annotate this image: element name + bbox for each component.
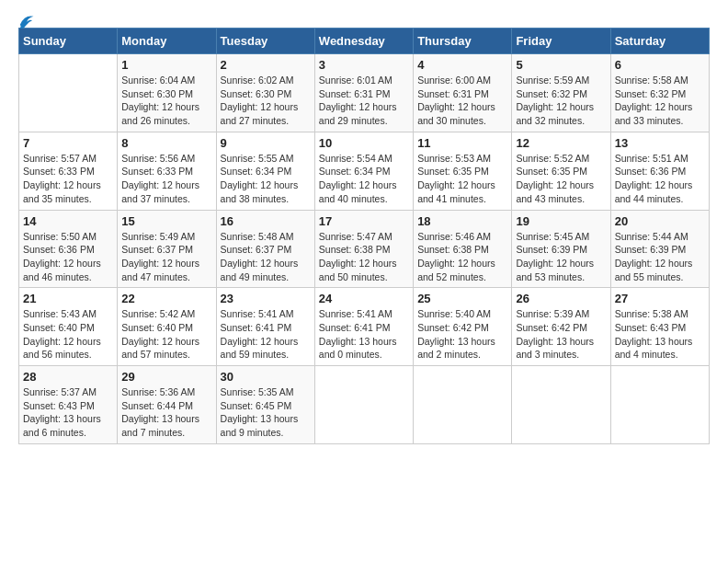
day-info: Sunrise: 5:42 AM Sunset: 6:40 PM Dayligh… [121,307,211,362]
day-cell: 12Sunrise: 5:52 AM Sunset: 6:35 PM Dayli… [512,132,610,210]
day-number: 1 [121,58,211,72]
day-info: Sunrise: 5:51 AM Sunset: 6:36 PM Dayligh… [615,152,705,206]
day-cell: 17Sunrise: 5:47 AM Sunset: 6:38 PM Dayli… [314,210,413,288]
day-info: Sunrise: 5:54 AM Sunset: 6:34 PM Dayligh… [319,152,409,206]
day-number: 2 [221,58,311,72]
day-cell: 20Sunrise: 5:44 AM Sunset: 6:39 PM Dayli… [610,210,709,288]
day-info: Sunrise: 6:04 AM Sunset: 6:30 PM Dayligh… [121,74,211,128]
day-number: 30 [221,370,311,384]
day-info: Sunrise: 5:53 AM Sunset: 6:35 PM Dayligh… [417,152,507,206]
day-cell: 27Sunrise: 5:38 AM Sunset: 6:43 PM Dayli… [610,288,709,366]
day-info: Sunrise: 5:39 AM Sunset: 6:42 PM Dayligh… [516,307,606,362]
day-cell: 2Sunrise: 6:02 AM Sunset: 6:30 PM Daylig… [216,54,314,132]
day-info: Sunrise: 5:36 AM Sunset: 6:44 PM Dayligh… [121,385,211,440]
day-info: Sunrise: 5:40 AM Sunset: 6:42 PM Dayligh… [417,307,507,362]
day-info: Sunrise: 5:38 AM Sunset: 6:43 PM Dayligh… [615,307,705,362]
day-info: Sunrise: 5:46 AM Sunset: 6:38 PM Dayligh… [417,230,507,284]
day-header-sunday: Sunday [19,29,118,54]
day-info: Sunrise: 5:41 AM Sunset: 6:41 PM Dayligh… [319,307,409,362]
day-info: Sunrise: 5:58 AM Sunset: 6:32 PM Dayligh… [615,74,705,128]
day-cell [19,54,118,132]
day-info: Sunrise: 5:45 AM Sunset: 6:39 PM Dayligh… [516,230,606,284]
day-cell: 22Sunrise: 5:42 AM Sunset: 6:40 PM Dayli… [118,288,216,366]
day-number: 29 [121,370,211,384]
day-number: 14 [23,214,113,228]
day-number: 7 [23,136,113,150]
day-cell: 21Sunrise: 5:43 AM Sunset: 6:40 PM Dayli… [19,288,118,366]
calendar-header: SundayMondayTuesdayWednesdayThursdayFrid… [19,29,710,54]
day-cell [610,366,709,444]
calendar-table: SundayMondayTuesdayWednesdayThursdayFrid… [18,28,710,444]
day-cell: 14Sunrise: 5:50 AM Sunset: 6:36 PM Dayli… [19,210,118,288]
day-cell: 18Sunrise: 5:46 AM Sunset: 6:38 PM Dayli… [414,210,512,288]
week-row-5: 28Sunrise: 5:37 AM Sunset: 6:43 PM Dayli… [19,366,710,444]
day-cell: 26Sunrise: 5:39 AM Sunset: 6:42 PM Dayli… [512,288,610,366]
day-number: 21 [23,292,113,305]
day-info: Sunrise: 6:02 AM Sunset: 6:30 PM Dayligh… [221,74,311,128]
day-number: 25 [417,292,507,305]
day-cell: 23Sunrise: 5:41 AM Sunset: 6:41 PM Dayli… [216,288,314,366]
day-cell: 15Sunrise: 5:49 AM Sunset: 6:37 PM Dayli… [118,210,216,288]
day-header-friday: Friday [512,29,610,54]
day-cell: 24Sunrise: 5:41 AM Sunset: 6:41 PM Dayli… [314,288,413,366]
day-info: Sunrise: 5:52 AM Sunset: 6:35 PM Dayligh… [516,152,606,206]
day-number: 8 [121,136,211,150]
week-row-3: 14Sunrise: 5:50 AM Sunset: 6:36 PM Dayli… [19,210,710,288]
day-info: Sunrise: 5:59 AM Sunset: 6:32 PM Dayligh… [516,74,606,128]
day-info: Sunrise: 5:48 AM Sunset: 6:37 PM Dayligh… [221,230,311,284]
day-cell: 30Sunrise: 5:35 AM Sunset: 6:45 PM Dayli… [216,366,314,444]
day-cell [414,366,512,444]
week-row-2: 7Sunrise: 5:57 AM Sunset: 6:33 PM Daylig… [19,132,710,210]
day-header-monday: Monday [118,29,216,54]
day-number: 9 [221,136,311,150]
day-number: 12 [516,136,606,150]
day-cell: 19Sunrise: 5:45 AM Sunset: 6:39 PM Dayli… [512,210,610,288]
header-row: SundayMondayTuesdayWednesdayThursdayFrid… [19,29,710,54]
day-cell [314,366,413,444]
day-number: 5 [516,58,606,72]
day-number: 26 [516,292,606,305]
day-cell: 29Sunrise: 5:36 AM Sunset: 6:44 PM Dayli… [118,366,216,444]
day-cell [512,366,610,444]
day-number: 15 [121,214,211,228]
day-info: Sunrise: 5:57 AM Sunset: 6:33 PM Dayligh… [23,152,113,206]
day-number: 13 [615,136,705,150]
week-row-4: 21Sunrise: 5:43 AM Sunset: 6:40 PM Dayli… [19,288,710,366]
week-row-1: 1Sunrise: 6:04 AM Sunset: 6:30 PM Daylig… [19,54,710,132]
day-number: 18 [417,214,507,228]
day-cell: 28Sunrise: 5:37 AM Sunset: 6:43 PM Dayli… [19,366,118,444]
day-info: Sunrise: 5:55 AM Sunset: 6:34 PM Dayligh… [221,152,311,206]
day-info: Sunrise: 5:35 AM Sunset: 6:45 PM Dayligh… [221,385,311,440]
day-number: 3 [319,58,409,72]
day-number: 4 [417,58,507,72]
day-info: Sunrise: 6:00 AM Sunset: 6:31 PM Dayligh… [417,74,507,128]
day-info: Sunrise: 5:49 AM Sunset: 6:37 PM Dayligh… [121,230,211,284]
day-cell: 16Sunrise: 5:48 AM Sunset: 6:37 PM Dayli… [216,210,314,288]
day-number: 28 [23,370,113,384]
day-cell: 6Sunrise: 5:58 AM Sunset: 6:32 PM Daylig… [610,54,709,132]
day-number: 20 [615,214,705,228]
calendar-body: 1Sunrise: 6:04 AM Sunset: 6:30 PM Daylig… [19,54,710,444]
day-number: 23 [221,292,311,305]
day-info: Sunrise: 5:56 AM Sunset: 6:33 PM Dayligh… [121,152,211,206]
day-cell: 9Sunrise: 5:55 AM Sunset: 6:34 PM Daylig… [216,132,314,210]
day-number: 16 [221,214,311,228]
day-number: 17 [319,214,409,228]
day-cell: 25Sunrise: 5:40 AM Sunset: 6:42 PM Dayli… [414,288,512,366]
day-header-thursday: Thursday [414,29,512,54]
day-number: 24 [319,292,409,305]
day-info: Sunrise: 5:47 AM Sunset: 6:38 PM Dayligh… [319,230,409,284]
day-cell: 11Sunrise: 5:53 AM Sunset: 6:35 PM Dayli… [414,132,512,210]
day-number: 27 [615,292,705,305]
day-cell: 7Sunrise: 5:57 AM Sunset: 6:33 PM Daylig… [19,132,118,210]
day-header-saturday: Saturday [610,29,709,54]
day-header-wednesday: Wednesday [314,29,413,54]
day-number: 11 [417,136,507,150]
day-cell: 5Sunrise: 5:59 AM Sunset: 6:32 PM Daylig… [512,54,610,132]
day-info: Sunrise: 5:37 AM Sunset: 6:43 PM Dayligh… [23,385,113,440]
day-cell: 1Sunrise: 6:04 AM Sunset: 6:30 PM Daylig… [118,54,216,132]
day-cell: 3Sunrise: 6:01 AM Sunset: 6:31 PM Daylig… [314,54,413,132]
day-info: Sunrise: 5:43 AM Sunset: 6:40 PM Dayligh… [23,307,113,362]
day-cell: 4Sunrise: 6:00 AM Sunset: 6:31 PM Daylig… [414,54,512,132]
day-number: 22 [121,292,211,305]
